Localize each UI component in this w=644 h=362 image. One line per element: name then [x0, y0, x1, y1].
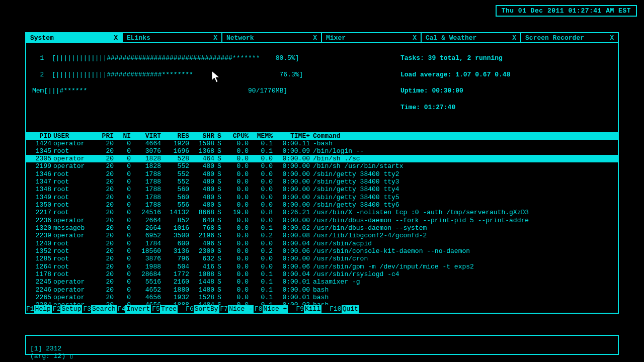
fkey-label-nice-[interactable]: Nice - [228, 305, 254, 313]
tab-mixer[interactable]: MixerX [322, 33, 422, 42]
cell-cpu: 0.0 [224, 194, 249, 201]
cell-mem: 0.1 [249, 294, 273, 301]
process-row[interactable]: 2265operator200465619321528S0.00.10:00.0… [26, 294, 618, 301]
cell-res: 1696 [161, 147, 189, 155]
cell-pri: 20 [95, 286, 114, 294]
cell-res: 796 [161, 255, 189, 262]
process-row[interactable]: 2305operator2001828528464S0.00.00:00.00/… [26, 155, 618, 162]
process-row[interactable]: 1347root2001788552480S0.00.00:00.00/sbin… [26, 178, 618, 186]
process-row[interactable]: 1178root2002868417721088S0.00.10:00.04/u… [26, 270, 618, 278]
cell-time: 0:00.01 [273, 278, 313, 286]
cell-shr: 480 [189, 170, 214, 178]
col-mem[interactable]: MEM% [249, 132, 273, 140]
secondary-terminal[interactable]: [1] 2312 (arg: 12) ▯ [25, 335, 619, 355]
cell-cpu: 0.0 [224, 294, 249, 301]
fkey-label-setup[interactable]: Setup [60, 305, 82, 313]
cell-time: 0:00.01 [273, 294, 313, 301]
fkey-label-invert[interactable]: Invert [125, 305, 151, 313]
cell-time: 0:00.00 [273, 194, 313, 201]
process-row[interactable]: 1264root2001988504416S0.00.00:00.06/usr/… [26, 263, 618, 270]
cell-res: 556 [161, 201, 189, 209]
col-virt[interactable]: VIRT [131, 132, 161, 140]
tab-cal-weather[interactable]: Cal & WeatherX [422, 33, 521, 42]
cell-cpu: 0.0 [224, 140, 249, 147]
col-time[interactable]: TIME+ [273, 132, 313, 140]
tab-elinks[interactable]: ELinksX [123, 33, 222, 42]
close-icon[interactable]: X [114, 34, 118, 42]
col-ni[interactable]: NI [114, 132, 131, 140]
cell-user: root [53, 247, 95, 255]
close-icon[interactable]: X [313, 34, 317, 42]
cell-pri: 20 [95, 186, 114, 193]
tab-screen-recorder[interactable]: Screen RecorderX [521, 33, 618, 42]
close-icon[interactable]: X [610, 34, 614, 42]
cell-s: S [214, 240, 224, 247]
fkey-label-search[interactable]: Search [91, 305, 117, 313]
cell-pri: 20 [95, 147, 114, 155]
main-terminal-window: SystemXELinksXNetworkXMixerXCal & Weathe… [25, 32, 619, 314]
col-pid[interactable]: PID [28, 132, 53, 140]
cell-s: S [214, 155, 224, 162]
process-list[interactable]: 1424operator200466419201508S0.00.10:00.1… [26, 140, 618, 305]
cell-virt: 24516 [131, 209, 161, 216]
process-row[interactable]: 1320messageb20026641016768S0.00.10:00.02… [26, 224, 618, 232]
process-row[interactable]: 1349root2001788560480S0.00.00:00.00/sbin… [26, 194, 618, 201]
col-pri[interactable]: PRI [95, 132, 114, 140]
col-user[interactable]: USER [53, 132, 95, 140]
cell-shr: 1508 [189, 140, 214, 147]
process-row[interactable]: 2239operator200695235002196S0.00.20:00.0… [26, 232, 618, 239]
tab-system[interactable]: SystemX [26, 33, 123, 42]
process-row[interactable]: 1345root200307616961368S0.00.10:00.09/bi… [26, 147, 618, 155]
process-row[interactable]: 2236operator2002664852640S0.00.00:00.00/… [26, 217, 618, 224]
cell-cmd: /bin/sh ./sc [313, 155, 616, 162]
close-icon[interactable]: X [213, 34, 217, 42]
cell-time: 0:00.00 [273, 255, 313, 262]
process-row[interactable]: 1348root2001788560480S0.00.00:00.00/sbin… [26, 186, 618, 193]
process-row[interactable]: 1352root2001856031362300S0.00.20:00.06/u… [26, 247, 618, 255]
cell-cmd: /usr/sbin/acpid [313, 240, 616, 247]
process-row[interactable]: 2199operator2001828552480S0.00.00:00.00/… [26, 162, 618, 170]
col-res[interactable]: RES [161, 132, 189, 140]
process-row[interactable]: 1424operator200466419201508S0.00.10:00.1… [26, 140, 618, 147]
col-s[interactable]: S [214, 132, 224, 140]
fkey-label-quit[interactable]: Quit [342, 305, 359, 313]
cell-shr: 480 [189, 186, 214, 193]
cell-user: operator [53, 155, 95, 162]
cell-cmd: /sbin/getty 38400 tty2 [313, 170, 616, 178]
fkey-f6: F6 [186, 305, 194, 313]
tab-network[interactable]: NetworkX [222, 33, 322, 42]
col-cmd[interactable]: Command [313, 132, 616, 140]
cell-mem: 0.0 [249, 217, 273, 224]
cell-ni: 0 [114, 232, 131, 239]
cell-shr: 480 [189, 178, 214, 186]
cell-shr: 768 [189, 224, 214, 232]
cell-time: 0:00.00 [273, 155, 313, 162]
cell-mem: 0.0 [249, 201, 273, 209]
process-row[interactable]: 1285root2003876796632S0.00.00:00.00/usr/… [26, 255, 618, 262]
cell-ni: 0 [114, 294, 131, 301]
cell-cpu: 0.0 [224, 170, 249, 178]
col-cpu[interactable]: CPU% [224, 132, 249, 140]
fkey-label-tree[interactable]: Tree [160, 305, 178, 313]
process-row[interactable]: 2246operator200465218801480S0.00.10:00.0… [26, 286, 618, 294]
cell-res: 1920 [161, 140, 189, 147]
process-row[interactable]: 1240root2001784600496S0.00.00:00.04/usr/… [26, 240, 618, 247]
process-row[interactable]: 1346root2001788552480S0.00.00:00.00/sbin… [26, 170, 618, 178]
fkey-label-kill[interactable]: Kill [304, 305, 321, 313]
column-header[interactable]: PID USER PRI NI VIRT RES SHR S CPU% MEM%… [26, 132, 618, 140]
cell-res: 552 [161, 162, 189, 170]
cell-cmd: /bin/login -- [313, 147, 616, 155]
process-row[interactable]: 1350root2001788556480S0.00.00:00.00/sbin… [26, 201, 618, 209]
process-row[interactable]: 2217root20024516141328668S19.00.80:26.21… [26, 209, 618, 216]
process-row[interactable]: 2284operator200465618881484S0.00.10:00.0… [26, 301, 618, 305]
fkey-label-help[interactable]: Help [34, 305, 52, 313]
close-icon[interactable]: X [413, 34, 417, 42]
cell-pid: 1424 [28, 140, 53, 147]
fkey-label-nice-[interactable]: Nice + [263, 305, 288, 313]
col-shr[interactable]: SHR [189, 132, 214, 140]
process-row[interactable]: 2245operator200551621601448S0.00.10:00.0… [26, 278, 618, 286]
close-icon[interactable]: X [512, 34, 516, 42]
fkey-label-sortby[interactable]: SortBy [194, 305, 219, 313]
cell-ni: 0 [114, 186, 131, 193]
cell-cmd: /sbin/getty 38400 tty5 [313, 194, 616, 201]
